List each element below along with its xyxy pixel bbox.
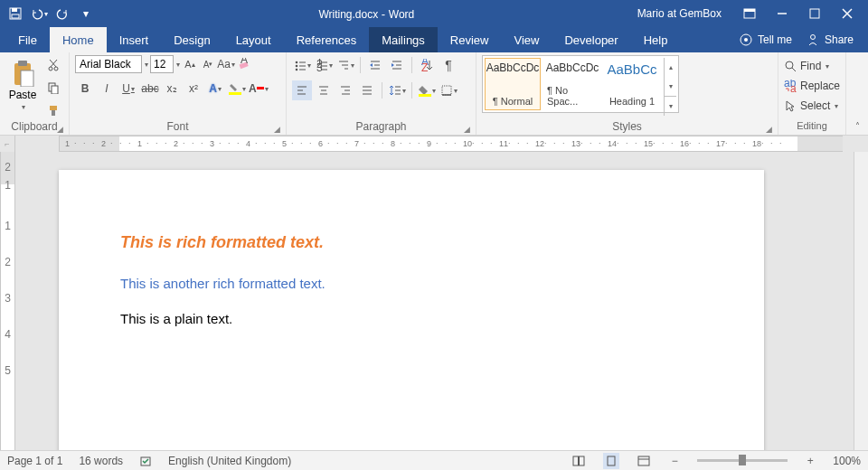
styles-scroll[interactable]: ▴▾▾: [664, 58, 676, 116]
style-heading-1[interactable]: AaBbCcHeading 1: [604, 58, 660, 110]
font-launcher[interactable]: ◢: [274, 125, 280, 134]
tab-home[interactable]: Home: [50, 27, 107, 52]
increase-indent-button[interactable]: [387, 55, 407, 75]
page-indicator[interactable]: Page 1 of 1: [7, 455, 62, 467]
line-spacing-button[interactable]: ▾: [387, 80, 407, 100]
style-no-spacing[interactable]: AaBbCcDc¶ No Spac...: [544, 58, 600, 110]
justify-button[interactable]: [357, 80, 377, 100]
document-canvas[interactable]: This is rich formatted text. This is ano…: [15, 152, 854, 450]
svg-rect-2: [12, 14, 19, 18]
ribbon: Paste ▾ Clipboard◢ ▾ ▾ A▴ A▾ Aa▾ A: [0, 52, 868, 136]
maximize-button[interactable]: [799, 1, 830, 26]
svg-point-29: [295, 65, 297, 68]
zoom-in-button[interactable]: +: [804, 455, 816, 467]
web-layout-button[interactable]: [636, 453, 652, 469]
text-line-1[interactable]: This is rich formatted text.: [120, 233, 703, 252]
cut-button[interactable]: [43, 55, 63, 75]
tab-mailings[interactable]: Mailings: [369, 27, 438, 52]
minimize-button[interactable]: [767, 1, 797, 26]
tab-file[interactable]: File: [5, 27, 50, 52]
numbering-button[interactable]: 123▾: [314, 55, 334, 75]
italic-button[interactable]: I: [97, 79, 117, 99]
group-clipboard: Paste ▾ Clipboard◢: [0, 52, 70, 135]
spellcheck-button[interactable]: [139, 455, 152, 467]
superscript-button[interactable]: x²: [184, 79, 203, 99]
redo-button[interactable]: [52, 4, 72, 24]
underline-button[interactable]: U▾: [118, 79, 138, 99]
font-size-input[interactable]: [150, 55, 174, 73]
collapse-ribbon-button[interactable]: ˄: [846, 52, 868, 135]
tab-review[interactable]: Review: [438, 27, 502, 52]
svg-rect-26: [257, 87, 264, 89]
styles-gallery[interactable]: AaBbCcDc¶ Normal AaBbCcDc¶ No Spac... Aa…: [482, 55, 679, 113]
shrink-font-button[interactable]: A▾: [200, 56, 216, 72]
font-name-input[interactable]: [75, 55, 142, 73]
save-button[interactable]: [5, 4, 25, 24]
highlight-button[interactable]: ▾: [227, 79, 247, 99]
grow-font-button[interactable]: A▴: [182, 56, 198, 72]
tab-references[interactable]: References: [284, 27, 369, 52]
replace-icon: abac: [784, 80, 797, 92]
close-button[interactable]: [832, 1, 863, 26]
word-count[interactable]: 16 words: [79, 455, 123, 467]
horizontal-ruler[interactable]: 1···2···1···2···3···4···5···6···7···8···…: [59, 136, 843, 152]
find-button[interactable]: Find▾: [784, 57, 840, 75]
read-mode-button[interactable]: [571, 453, 587, 469]
window-title: Writing.docx - Word: [96, 7, 637, 21]
text-effects-button[interactable]: A▾: [205, 79, 225, 99]
zoom-level[interactable]: 100%: [833, 455, 861, 467]
tab-view[interactable]: View: [501, 27, 552, 52]
group-font-label: Font◢: [75, 120, 280, 135]
tab-developer[interactable]: Developer: [552, 27, 630, 52]
zoom-out-button[interactable]: −: [668, 455, 681, 467]
paragraph-launcher[interactable]: ◢: [464, 125, 470, 134]
shading-button[interactable]: ▾: [417, 80, 437, 100]
paste-button[interactable]: Paste ▾: [5, 55, 40, 115]
tab-help[interactable]: Help: [631, 27, 681, 52]
share-button[interactable]: Share: [807, 33, 854, 46]
format-painter-button[interactable]: [43, 100, 63, 120]
qat-customize-button[interactable]: ▾: [76, 4, 96, 24]
clipboard-launcher[interactable]: ◢: [57, 125, 63, 134]
zoom-slider[interactable]: [697, 459, 788, 462]
text-line-3[interactable]: This is a plain text.: [120, 311, 703, 326]
tab-layout[interactable]: Layout: [223, 27, 284, 52]
clipboard-icon: [11, 60, 34, 87]
change-case-button[interactable]: Aa▾: [218, 56, 234, 72]
vertical-ruler[interactable]: 2 1 1 2 3 4 5: [0, 152, 15, 450]
tab-design[interactable]: Design: [161, 27, 222, 52]
font-color-button[interactable]: A▾: [249, 79, 269, 99]
align-right-button[interactable]: [335, 80, 355, 100]
font-size-dropdown[interactable]: ▾: [176, 61, 180, 69]
tab-insert[interactable]: Insert: [107, 27, 162, 52]
font-name-dropdown[interactable]: ▾: [145, 61, 148, 69]
replace-button[interactable]: abacReplace: [784, 77, 840, 95]
show-marks-button[interactable]: ¶: [439, 55, 458, 75]
select-button[interactable]: Select▾: [784, 97, 840, 115]
print-layout-button[interactable]: [603, 453, 619, 469]
bullets-button[interactable]: ▾: [292, 55, 312, 75]
ribbon-display-button[interactable]: [734, 1, 765, 26]
undo-button[interactable]: ▾: [29, 4, 49, 24]
copy-button[interactable]: [43, 78, 63, 98]
language-indicator[interactable]: English (United Kingdom): [168, 455, 291, 467]
decrease-indent-button[interactable]: [365, 55, 385, 75]
style-normal[interactable]: AaBbCcDc¶ Normal: [485, 58, 541, 110]
sort-button[interactable]: AZ: [417, 55, 437, 75]
text-line-2[interactable]: This is another rich formatted text.: [120, 276, 703, 291]
strike-button[interactable]: abc: [140, 79, 160, 99]
styles-launcher[interactable]: ◢: [766, 125, 772, 134]
svg-point-31: [295, 69, 297, 71]
align-left-button[interactable]: [292, 80, 312, 100]
clear-format-button[interactable]: A: [236, 56, 252, 72]
multilevel-button[interactable]: ▾: [335, 55, 355, 75]
svg-rect-73: [573, 456, 579, 465]
tell-me-button[interactable]: Tell me: [740, 33, 792, 46]
borders-button[interactable]: ▾: [439, 80, 458, 100]
ruler-corner: ⌐: [0, 136, 15, 152]
svg-rect-22: [52, 110, 55, 116]
align-center-button[interactable]: [314, 80, 334, 100]
subscript-button[interactable]: x₂: [162, 79, 182, 99]
vertical-scrollbar[interactable]: [854, 152, 868, 450]
bold-button[interactable]: B: [75, 79, 95, 99]
